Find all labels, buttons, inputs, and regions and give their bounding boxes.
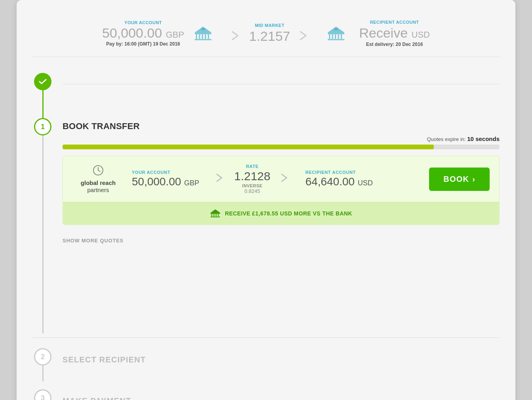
svg-rect-14 xyxy=(341,34,342,39)
rate-label: RATE xyxy=(246,164,258,169)
svg-rect-26 xyxy=(218,214,219,217)
step2-indicator-col: 2 xyxy=(32,348,53,381)
quote-recipient-label: RECIPIENT ACCOUNT xyxy=(305,170,372,175)
summary-receive: Receive USD xyxy=(359,25,430,41)
svg-rect-4 xyxy=(205,34,206,39)
mid-market-label: MID MARKET xyxy=(255,23,285,28)
svg-rect-13 xyxy=(338,34,339,39)
svg-rect-2 xyxy=(199,34,200,39)
svg-rect-3 xyxy=(202,34,203,39)
summary-from-amount: 50,000.00 xyxy=(102,25,162,40)
quote-rate: RATE 1.2128 INVERSE 0.8245 xyxy=(232,164,272,194)
step1-connector-bottom xyxy=(42,135,44,333)
progress-bar-fill xyxy=(63,145,434,149)
step1-circle-col: 1 xyxy=(32,118,53,333)
svg-rect-11 xyxy=(332,34,333,39)
quote-your-account-label: YOUR ACCOUNT xyxy=(132,170,199,175)
provider-icon xyxy=(92,164,104,178)
quote-card-inner: global reach partners YOUR ACCOUNT 50,00… xyxy=(63,156,499,202)
quote-arrow-1 xyxy=(207,172,232,186)
svg-rect-24 xyxy=(215,214,215,217)
show-more-button[interactable]: SHOW MORE QUOTES xyxy=(63,238,124,244)
provider-name: global reach partners xyxy=(81,179,116,194)
svg-marker-28 xyxy=(211,210,220,213)
bank-icon-to xyxy=(317,24,355,43)
step2-content: SELECT RECIPIENT xyxy=(63,348,500,364)
step1-circle: 1 xyxy=(34,118,51,135)
show-more-row: SHOW MORE QUOTES xyxy=(63,233,500,248)
bank-from-icon xyxy=(194,24,213,43)
quote-arrow-2 xyxy=(272,172,297,186)
summary-mid-market: MID MARKET 1.2157 xyxy=(249,23,290,44)
quote-card: global reach partners YOUR ACCOUNT 50,00… xyxy=(63,156,500,225)
quote-recipient-amount: 64,640.00 USD xyxy=(305,175,372,188)
summary-your-account: YOUR ACCOUNT 50,000.00 GBP Pay by: 16:00… xyxy=(102,20,184,47)
savings-bank-icon xyxy=(210,208,221,219)
svg-rect-0 xyxy=(195,32,211,34)
step3-circle: 3 xyxy=(34,389,51,400)
svg-rect-5 xyxy=(208,34,209,39)
est-delivery-text: Est delivery: 20 Dec 2016 xyxy=(366,42,423,47)
svg-rect-8 xyxy=(201,28,205,30)
provider-logo: global reach partners xyxy=(72,164,124,194)
svg-rect-27 xyxy=(211,217,220,217)
svg-rect-21 xyxy=(211,213,220,214)
steps-area: 1 BOOK TRANSFER Quotes expire in: 10 sec… xyxy=(32,65,500,400)
svg-rect-15 xyxy=(328,39,344,40)
svg-rect-12 xyxy=(335,34,336,39)
bank-to-icon xyxy=(327,24,346,43)
checkmark-icon xyxy=(38,77,48,86)
rate-value: 1.2128 xyxy=(234,170,270,183)
svg-rect-25 xyxy=(217,214,217,217)
step1-connector-top xyxy=(42,90,44,118)
svg-rect-23 xyxy=(213,214,214,217)
summary-from-currency: GBP xyxy=(166,30,184,40)
step1-upper-content xyxy=(63,73,500,84)
quote-your-account-amount: 50,000.00 GBP xyxy=(132,175,199,188)
svg-rect-9 xyxy=(328,32,344,34)
inverse-label: INVERSE xyxy=(242,183,262,188)
quote-chevron-2 xyxy=(279,172,290,183)
step3-title: MAKE PAYMENT xyxy=(63,393,500,400)
quote-recipient-account: RECIPIENT ACCOUNT 64,640.00 USD xyxy=(297,170,380,188)
arrow-right-2 xyxy=(297,29,310,42)
clock-icon xyxy=(92,164,104,176)
inverse-value: 0.8245 xyxy=(244,188,260,194)
svg-rect-1 xyxy=(196,34,197,39)
quotes-expire-bar: Quotes expire in: 10 seconds xyxy=(63,135,500,142)
step1-content: BOOK TRANSFER Quotes expire in: 10 secon… xyxy=(63,118,500,248)
quote-chevron-1 xyxy=(214,172,225,183)
book-button[interactable]: BOOK › xyxy=(429,168,490,191)
step1-indicator-col xyxy=(32,73,53,118)
top-summary: YOUR ACCOUNT 50,000.00 GBP Pay by: 16:00… xyxy=(32,12,500,57)
main-card: YOUR ACCOUNT 50,000.00 GBP Pay by: 16:00… xyxy=(17,0,515,400)
bank-savings-bar: RECEIVE £1,678.55 USD MORE VS THE BANK xyxy=(63,202,499,225)
step2-connector xyxy=(42,366,44,381)
step2-title: SELECT RECIPIENT xyxy=(63,352,500,364)
arrow-sep-1 xyxy=(222,29,249,42)
summary-recipient-account: RECIPIENT ACCOUNT Receive USD Est delive… xyxy=(359,20,430,47)
svg-rect-17 xyxy=(334,28,338,30)
recipient-account-label: RECIPIENT ACCOUNT xyxy=(370,20,419,25)
svg-line-20 xyxy=(98,170,100,171)
quotes-expire-text: Quotes expire in: 10 seconds xyxy=(427,135,500,142)
step3-content: MAKE PAYMENT xyxy=(63,389,500,400)
step0-done-circle xyxy=(34,73,51,90)
svg-rect-22 xyxy=(211,214,212,217)
arrow-sep-2 xyxy=(290,29,317,42)
pay-by-text: Pay by: 16:00 (GMT) 19 Dec 2016 xyxy=(106,41,180,47)
bank-icon-from xyxy=(184,24,222,43)
progress-bar xyxy=(63,145,500,149)
savings-text: RECEIVE £1,678.55 USD MORE VS THE BANK xyxy=(225,210,352,217)
step2-circle: 2 xyxy=(34,348,51,366)
summary-amount: 50,000.00 GBP xyxy=(102,26,184,40)
svg-rect-6 xyxy=(195,39,211,40)
arrow-right-1 xyxy=(229,29,242,42)
step1-title: BOOK TRANSFER xyxy=(63,118,500,131)
step3-indicator-col: 3 xyxy=(32,389,53,400)
quote-your-account: YOUR ACCOUNT 50,000.00 GBP xyxy=(124,170,207,188)
svg-rect-10 xyxy=(329,34,330,39)
section-divider-1 xyxy=(32,337,500,338)
mid-market-rate: 1.2157 xyxy=(249,29,290,44)
your-account-label: YOUR ACCOUNT xyxy=(124,20,162,25)
